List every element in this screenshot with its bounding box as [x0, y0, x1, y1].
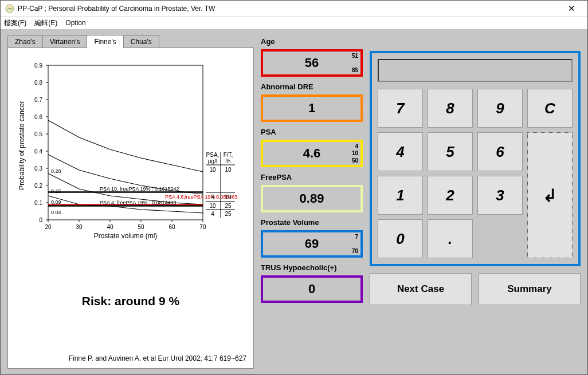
key-5[interactable]: 5: [428, 132, 473, 171]
input-psa[interactable]: 4.6 4 10 50: [261, 140, 363, 167]
svg-text:4: 4: [211, 211, 214, 217]
tab-zhao[interactable]: Zhao's: [7, 35, 43, 48]
svg-text:70: 70: [199, 224, 206, 230]
menu-option[interactable]: Option: [65, 19, 85, 27]
svg-point-0: [6, 5, 14, 13]
chart-panel: Zhao's Virtanen's Finne's Chua's: [7, 35, 254, 369]
svg-text:PSA,: PSA,: [206, 152, 219, 158]
client-area: Zhao's Virtanen's Finne's Chua's: [1, 29, 587, 374]
input-dre[interactable]: 1: [261, 94, 363, 122]
chart-body: 0 0.1 0.2 0.3 0.4 0.5 0.6 0.7 0.8 0.9: [7, 48, 254, 369]
key-3[interactable]: 3: [477, 176, 523, 215]
svg-text:0.1: 0.1: [34, 200, 42, 206]
key-4[interactable]: 4: [378, 132, 423, 171]
tab-chua[interactable]: Chua's: [123, 35, 159, 48]
key-dot[interactable]: .: [428, 219, 473, 258]
key-2[interactable]: 2: [428, 176, 473, 215]
key-8[interactable]: 8: [428, 89, 473, 128]
app-window: PP-CaP ; Personal Probability of Carcino…: [0, 0, 588, 375]
key-enter[interactable]: ↲: [527, 132, 573, 258]
svg-text:PSA 4.6,: PSA 4.6,: [165, 194, 185, 200]
inputs-column: Age 56 51 85 Abnormal DRE 1 PSA 4.6 4 10…: [261, 35, 363, 369]
input-freepsa[interactable]: 0.89: [261, 185, 363, 212]
svg-text:0.3: 0.3: [34, 165, 42, 172]
svg-text:0.7: 0.7: [34, 97, 42, 103]
svg-text:10: 10: [225, 194, 232, 200]
actions-row: Next Case Summary: [370, 273, 581, 305]
svg-text:20: 20: [45, 224, 52, 230]
calculator-panel: 7 8 9 C 4 5 6 ↲ 1 2 3 0 .: [370, 51, 581, 266]
label-dre: Abnormal DRE: [261, 82, 363, 91]
svg-text:0.9: 0.9: [34, 62, 42, 69]
keypad: 7 8 9 C 4 5 6 ↲ 1 2 3 0 .: [378, 89, 573, 258]
svg-text:0.8: 0.8: [34, 80, 42, 86]
svg-text:10: 10: [209, 167, 216, 173]
svg-text:0.6: 0.6: [34, 114, 42, 120]
svg-text:50: 50: [138, 224, 144, 230]
svg-text:Probability of prostate cancer: Probability of prostate cancer: [18, 101, 26, 190]
window-title: PP-CaP ; Personal Probability of Carcino…: [18, 5, 560, 13]
label-age: Age: [261, 37, 363, 46]
svg-text:25: 25: [225, 203, 232, 209]
svg-text:30: 30: [76, 224, 83, 230]
svg-text:40: 40: [107, 224, 113, 230]
input-pvol[interactable]: 69 7 70: [261, 230, 363, 258]
svg-text:60: 60: [168, 224, 175, 230]
citation: Finne P. and Auvinen A. et al Eur Urol 2…: [8, 354, 246, 362]
menu-file[interactable]: 檔案(F): [4, 18, 26, 28]
input-age[interactable]: 56 51 85: [261, 49, 363, 77]
calc-display[interactable]: [378, 59, 573, 82]
close-button[interactable]: ✕: [560, 3, 583, 14]
svg-text:0.04: 0.04: [51, 210, 61, 215]
label-freepsa: FreePSA: [261, 173, 363, 181]
svg-text:F/T,: F/T,: [224, 152, 233, 158]
menubar: 檔案(F) 編輯(E) Option: [1, 17, 587, 29]
key-clear[interactable]: C: [527, 89, 573, 128]
tab-finne[interactable]: Finne's: [87, 35, 123, 48]
svg-text:10: 10: [225, 167, 232, 173]
key-9[interactable]: 9: [477, 89, 523, 128]
key-0[interactable]: 0: [378, 219, 423, 258]
risk-result: Risk: around 9 %: [8, 294, 253, 308]
menu-edit[interactable]: 編輯(E): [34, 18, 57, 28]
svg-text:0.2: 0.2: [34, 183, 42, 189]
key-6[interactable]: 6: [477, 132, 523, 171]
titlebar: PP-CaP ; Personal Probability of Carcino…: [1, 1, 587, 17]
next-case-button[interactable]: Next Case: [370, 273, 472, 305]
svg-text:%: %: [226, 158, 231, 164]
key-7[interactable]: 7: [378, 89, 423, 128]
svg-text:10: 10: [209, 203, 216, 209]
key-1[interactable]: 1: [378, 176, 423, 215]
svg-text:25: 25: [225, 211, 232, 217]
input-trus[interactable]: 0: [261, 275, 363, 303]
probability-chart: 0 0.1 0.2 0.3 0.4 0.5 0.6 0.7 0.8 0.9: [14, 60, 249, 243]
svg-text:0.15: 0.15: [51, 188, 61, 194]
svg-text:μg/l: μg/l: [208, 158, 217, 164]
svg-text:0.28: 0.28: [51, 168, 61, 174]
svg-text:PSA 10, freePSA 19% : 0.161594: PSA 10, freePSA 19% : 0.1615942: [100, 186, 179, 192]
calculator-area: 7 8 9 C 4 5 6 ↲ 1 2 3 0 . Next Case Summ…: [370, 35, 581, 369]
svg-text:4: 4: [211, 194, 214, 200]
label-psa: PSA: [261, 128, 363, 136]
tab-virtanen[interactable]: Virtanen's: [42, 35, 88, 48]
svg-text:0.4: 0.4: [34, 148, 42, 155]
app-icon: [5, 4, 14, 13]
svg-text:PSA 4, freePSA 19% : 0.0814493: PSA 4, freePSA 19% : 0.0814493: [100, 200, 177, 206]
svg-text:0.5: 0.5: [34, 131, 42, 137]
label-pvol: Prostate Volume: [261, 218, 363, 227]
svg-text:Prostate volume (ml): Prostate volume (ml): [94, 232, 158, 240]
tabs-row: Zhao's Virtanen's Finne's Chua's: [7, 35, 254, 48]
label-trus: TRUS Hypoecholic(+): [261, 263, 363, 272]
svg-text:0: 0: [39, 217, 42, 223]
summary-button[interactable]: Summary: [479, 273, 581, 305]
